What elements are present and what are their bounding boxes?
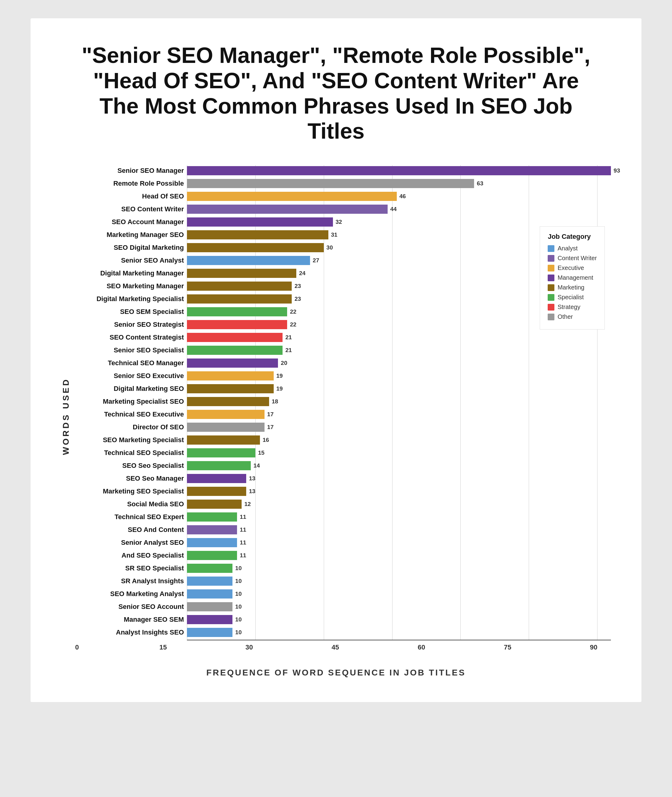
bar-value-label: 30 <box>326 244 333 251</box>
bar-value-label: 21 <box>285 347 292 354</box>
bar-label: Senior SEO Strategist <box>114 321 184 328</box>
bar-row: 13 <box>187 473 611 484</box>
bar-value-label: 10 <box>235 616 242 623</box>
bar: 22 <box>187 307 287 316</box>
bar: 15 <box>187 448 255 457</box>
x-tick-label: 15 <box>160 644 167 651</box>
x-tick-label: 45 <box>332 644 339 651</box>
bar-row: 46 <box>187 191 611 202</box>
x-axis-label: FREQUENCE OF WORD SEQUENCE IN JOB TITLES <box>61 668 611 677</box>
bars-container: Senior SEO ManagerRemote Role PossibleHe… <box>77 165 611 640</box>
bar: 10 <box>187 577 232 586</box>
bar-label: Senior SEO Account <box>118 603 184 610</box>
legend-item-label: Management <box>557 274 593 281</box>
bar-row: 18 <box>187 396 611 407</box>
bar-value-label: 27 <box>313 257 319 264</box>
bar: 20 <box>187 358 278 368</box>
bar: 32 <box>187 217 333 227</box>
bar-value-label: 19 <box>276 385 283 392</box>
bar-value-label: 19 <box>276 372 283 379</box>
bar: 31 <box>187 230 328 240</box>
bar-value-label: 63 <box>477 180 483 187</box>
bar-value-label: 11 <box>240 514 246 520</box>
label-row: Marketing Specialist SEO <box>77 396 184 407</box>
bar-row: 13 <box>187 486 611 497</box>
bar: 10 <box>187 564 232 573</box>
bar-row: 20 <box>187 358 611 369</box>
bar-label: Senior Analyst SEO <box>121 539 184 546</box>
bar-label: Technical SEO Manager <box>108 359 184 367</box>
bar: 63 <box>187 179 474 188</box>
bar-label: Technical SEO Expert <box>115 513 184 521</box>
bar-label: Senior SEO Executive <box>114 372 184 380</box>
bar: 22 <box>187 320 287 329</box>
bar-value-label: 18 <box>272 398 278 405</box>
label-row: Technical SEO Executive <box>77 409 184 420</box>
bar-value-label: 11 <box>240 552 246 559</box>
bar-value-label: 12 <box>244 501 251 508</box>
label-row: Digital Marketing Specialist <box>77 294 184 305</box>
x-tick-label: 60 <box>418 644 425 651</box>
label-row: SEO Digital Marketing <box>77 242 184 253</box>
label-row: Technical SEO Manager <box>77 358 184 369</box>
label-row: SEO Marketing Specialist <box>77 434 184 446</box>
bar-value-label: 20 <box>281 360 287 366</box>
bar-row: 44 <box>187 204 611 215</box>
bar: 11 <box>187 538 237 547</box>
label-row: Social Media SEO <box>77 499 184 510</box>
bar-row: 10 <box>187 563 611 574</box>
bar-label: Remote Role Possible <box>113 180 184 187</box>
chart-title: "Senior SEO Manager", "Remote Role Possi… <box>61 43 611 144</box>
bar-row: 10 <box>187 614 611 625</box>
label-row: And SEO Specialist <box>77 550 184 561</box>
bar-row: 21 <box>187 332 611 343</box>
bar-row: 16 <box>187 434 611 446</box>
label-row: SEO And Content <box>77 524 184 535</box>
bar-row: 11 <box>187 524 611 535</box>
label-row: Senior SEO Analyst <box>77 255 184 266</box>
bar-row: 19 <box>187 371 611 382</box>
bar-value-label: 32 <box>335 219 342 225</box>
legend-item: Content Writer <box>548 255 597 262</box>
bar-label: Technical SEO Specialist <box>104 449 184 457</box>
bar-label: SEO Marketing Specialist <box>103 436 184 444</box>
bar-value-label: 17 <box>267 411 274 418</box>
label-row: Technical SEO Specialist <box>77 447 184 458</box>
legend-swatch <box>548 245 554 252</box>
legend-item: Strategy <box>548 303 597 311</box>
bar: 11 <box>187 525 237 534</box>
bar-label: SEO Seo Specialist <box>122 462 184 470</box>
bar-label: SEO SEM Specialist <box>120 308 184 315</box>
label-row: SR Analyst Insights <box>77 576 184 586</box>
legend-item-label: Marketing <box>557 284 584 291</box>
bar: 44 <box>187 204 388 214</box>
bar: 24 <box>187 269 296 278</box>
bar-row: 32 <box>187 217 611 227</box>
bar-label: Head Of SEO <box>142 193 184 200</box>
label-row: Senior SEO Strategist <box>77 319 184 330</box>
label-row: SR SEO Specialist <box>77 563 184 574</box>
bar-row: 11 <box>187 537 611 548</box>
bar-value-label: 10 <box>235 565 242 572</box>
label-row: Analyst Insights SEO <box>77 627 184 638</box>
label-row: Senior SEO Manager <box>77 165 184 176</box>
bar: 19 <box>187 384 274 393</box>
bar-label: SEO Seo Manager <box>126 475 184 482</box>
y-axis-label: WORDS USED <box>61 165 71 653</box>
bar-value-label: 10 <box>235 629 242 636</box>
bar-value-label: 10 <box>235 604 242 610</box>
legend-item: Management <box>548 274 597 281</box>
bar-label: Technical SEO Executive <box>104 411 184 418</box>
bar: 27 <box>187 256 310 265</box>
bar-label: Marketing SEO Specialist <box>103 488 184 495</box>
bar-value-label: 22 <box>290 321 296 328</box>
legend-item: Other <box>548 313 597 320</box>
bar: 30 <box>187 243 324 252</box>
label-row: Senior SEO Executive <box>77 371 184 382</box>
label-row: SEO Seo Manager <box>77 473 184 484</box>
label-row: SEO Content Strategist <box>77 332 184 343</box>
bar-value-label: 13 <box>249 475 255 482</box>
label-row: SEO Seo Specialist <box>77 460 184 471</box>
legend-swatch <box>548 255 554 262</box>
bar-value-label: 17 <box>267 424 274 431</box>
